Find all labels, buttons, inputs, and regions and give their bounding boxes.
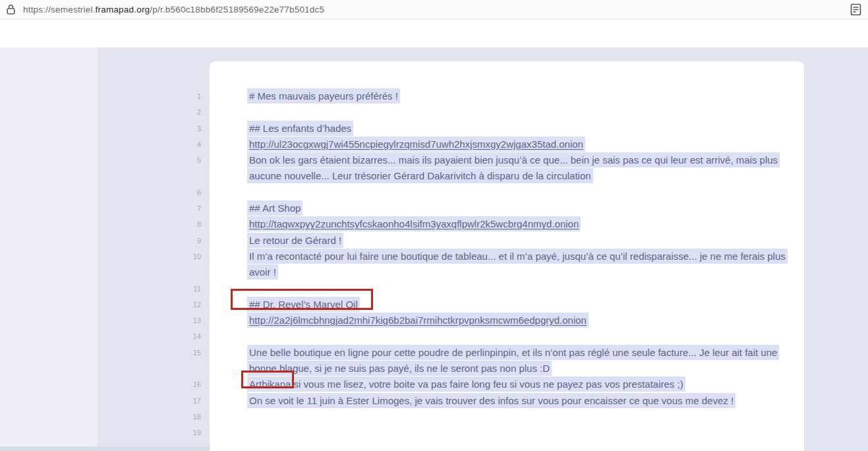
selected-text: Une belle boutique en ligne pour cette p… [247, 345, 779, 376]
line-text: ## Art Shop [247, 200, 788, 216]
editor-line: 3 ## Les enfants d’hades [98, 121, 803, 136]
selected-text: Il m’a recontacté pour lui faire une bou… [247, 249, 788, 280]
line-text: Bon ok les gars étaient bizarres... mais… [247, 152, 788, 185]
line-link: http://taqwxpyy2zunchtsyfcskaonho4lsifm3… [247, 216, 788, 232]
line-number: 14 [98, 328, 201, 344]
line-number: 6 [98, 185, 201, 200]
selected-text: On se voit le 11 juin à Ester Limoges, j… [247, 393, 736, 408]
pad-toolbar-strip [0, 19, 868, 47]
pad-workspace: 1 # Mes mauvais payeurs préférés ! 2 3 #… [0, 47, 868, 451]
line-number: 18 [98, 409, 201, 425]
editor-line: 11 [98, 281, 803, 297]
editor-line: 12 ## Dr. Revel’s Marvel Oil [98, 297, 803, 313]
padlock-icon[interactable] [6, 4, 16, 15]
onion-link[interactable]: http://taqwxpyy2zunchtsyfcskaonho4lsifm3… [247, 216, 581, 231]
bottom-band [0, 446, 210, 451]
line-number: 17 [98, 393, 201, 409]
editor-line: 4 http://ul23ocgxwgj7wi455ncpiegylrzqmis… [98, 136, 803, 152]
editor-line: 13 http://2a2j6lmcbhngjad2mhi7kig6b2bai7… [98, 313, 803, 328]
pad-editor[interactable]: 1 # Mes mauvais payeurs préférés ! 2 3 #… [98, 88, 803, 441]
reader-view-icon[interactable] [850, 3, 861, 16]
line-text: Arthikana si vous me lisez, votre boite … [247, 376, 788, 392]
line-text: On se voit le 11 juin à Ester Limoges, j… [247, 393, 788, 409]
editor-line: 16 Arthikana si vous me lisez, votre boi… [98, 376, 803, 392]
line-number: 5 [98, 152, 201, 168]
selected-text: Arthikana si vous me lisez, votre boite … [247, 376, 685, 392]
editor-line: 17 On se voit le 11 juin à Ester Limoges… [98, 393, 803, 409]
line-number: 15 [98, 345, 201, 361]
line-number: 13 [98, 313, 201, 328]
selected-text: Bon ok les gars étaient bizarres... mais… [247, 152, 780, 183]
editor-line: 15 Une belle boutique en ligne pour cett… [98, 345, 803, 377]
selected-text: ## Art Shop [247, 200, 303, 216]
line-number: 2 [98, 104, 201, 120]
selected-text: # Mes mauvais payeurs préférés ! [247, 88, 400, 104]
editor-line: 6 [98, 185, 803, 200]
line-number: 7 [98, 200, 201, 216]
url-path: /p/r.b560c18bb6f25189569e22e77b501dc5 [150, 5, 324, 15]
line-link: http://2a2j6lmcbhngjad2mhi7kig6b2bai7rmi… [247, 313, 788, 328]
line-number: 9 [98, 233, 201, 249]
editor-line: 10 Il m’a recontacté pour lui faire une … [98, 249, 803, 281]
onion-link[interactable]: http://2a2j6lmcbhngjad2mhi7kig6b2bai7rmi… [247, 313, 589, 328]
left-panel [0, 47, 98, 451]
line-text: ## Les enfants d’hades [247, 121, 788, 136]
line-text: Une belle boutique en ligne pour cette p… [247, 345, 788, 377]
editor-line: 14 [98, 328, 803, 344]
url-text[interactable]: https://semestriel.framapad.org/p/r.b560… [23, 5, 324, 15]
editor-line: 8 http://taqwxpyy2zunchtsyfcskaonho4lsif… [98, 216, 803, 232]
line-text: Il m’a recontacté pour lui faire une bou… [247, 249, 788, 281]
selected-text: Le retour de Gérard ! [247, 233, 343, 248]
editor-line: 7 ## Art Shop [98, 200, 803, 216]
line-number: 4 [98, 136, 201, 152]
editor-line: 1 # Mes mauvais payeurs préférés ! [98, 88, 803, 104]
url-scheme: https://semestriel. [23, 5, 96, 15]
line-text: Le retour de Gérard ! [247, 233, 788, 249]
line-link: http://ul23ocgxwgj7wi455ncpiegylrzqmisd7… [247, 136, 788, 152]
selected-text: ## Dr. Revel’s Marvel Oil [247, 297, 360, 312]
selected-text: ## Les enfants d’hades [247, 121, 353, 136]
line-number: 19 [98, 425, 201, 440]
line-number: 10 [98, 249, 201, 264]
line-number: 12 [98, 297, 201, 313]
editor-line: 19 [98, 425, 803, 440]
editor-line: 18 [98, 409, 803, 425]
line-number: 11 [98, 281, 201, 297]
line-number: 3 [98, 121, 201, 136]
line-text: ## Dr. Revel’s Marvel Oil [247, 297, 788, 313]
editor-line: 5 Bon ok les gars étaient bizarres... ma… [98, 152, 803, 185]
line-number: 8 [98, 216, 201, 232]
editor-line: 2 [98, 104, 803, 120]
line-text: # Mes mauvais payeurs préférés ! [247, 88, 788, 104]
line-number: 1 [98, 88, 201, 104]
onion-link[interactable]: http://ul23ocgxwgj7wi455ncpiegylrzqmisd7… [247, 136, 585, 152]
line-number: 16 [98, 376, 201, 392]
browser-url-bar[interactable]: https://semestriel.framapad.org/p/r.b560… [0, 0, 868, 19]
url-domain: framapad.org [96, 5, 150, 15]
editor-line: 9 Le retour de Gérard ! [98, 233, 803, 249]
